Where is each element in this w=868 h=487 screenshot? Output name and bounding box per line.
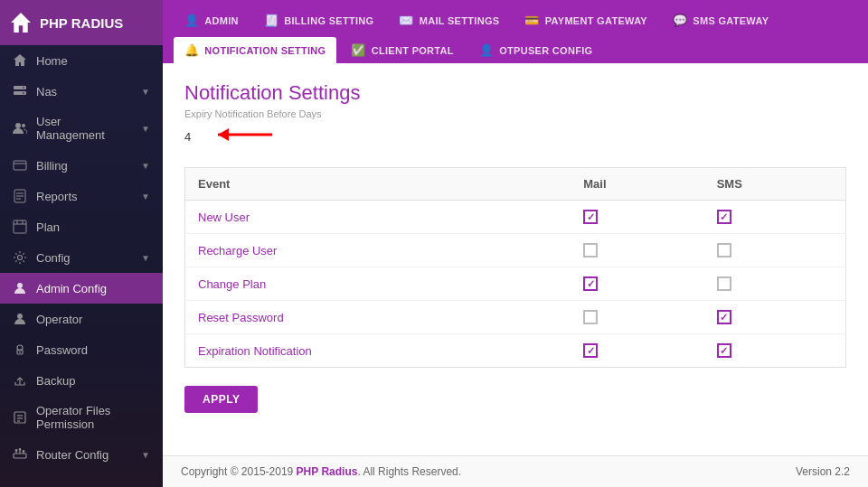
checkbox[interactable]	[583, 276, 598, 291]
svg-rect-6	[14, 161, 26, 170]
footer-copyright: Copyright © 2015-2019 PHP Radius. All Ri…	[181, 465, 461, 478]
mail-checkbox-new-user[interactable]	[583, 210, 691, 224]
sidebar-item-label: Operator	[36, 313, 82, 326]
plan-icon	[13, 220, 27, 234]
files-icon	[13, 410, 27, 425]
tab-label: OTPUser Config	[499, 45, 592, 56]
config-icon	[13, 250, 27, 265]
notification-tab-icon: 🔔	[184, 43, 199, 57]
admin-icon	[13, 281, 27, 295]
chevron-down-icon: ▼	[141, 192, 150, 201]
sidebar-item-label: Billing	[36, 159, 68, 173]
top-tabs: 👤 Admin 🧾 Billing Setting ✉️ Mail Settin…	[163, 0, 868, 63]
home-icon	[13, 53, 27, 68]
sidebar-item-label: Reports	[36, 190, 78, 203]
sidebar-item-label: Operator Files Permission	[36, 404, 150, 431]
sidebar-item-router-config[interactable]: Router Config ▼	[0, 439, 163, 470]
otp-tab-icon: 👤	[479, 43, 494, 57]
sidebar-item-user-management[interactable]: User Management ▼	[0, 107, 163, 150]
main-content: 👤 Admin 🧾 Billing Setting ✉️ Mail Settin…	[163, 0, 868, 487]
sidebar-item-admin-config[interactable]: Admin Config	[0, 273, 163, 304]
checkbox[interactable]	[583, 310, 598, 324]
tab-label: SMS Gateway	[693, 15, 769, 26]
checkbox[interactable]	[717, 276, 731, 291]
sidebar-item-label: Backup	[36, 374, 75, 388]
billing-tab-icon: 🧾	[264, 14, 278, 27]
svg-point-3	[23, 92, 24, 94]
sidebar-item-plan[interactable]: Plan	[0, 211, 163, 242]
svg-rect-12	[14, 220, 26, 233]
svg-point-31	[19, 449, 21, 451]
mail-checkbox-expiration[interactable]	[583, 343, 691, 358]
sidebar-item-label: User Management	[36, 115, 132, 142]
col-sms: SMS	[704, 168, 846, 201]
sidebar-item-backup[interactable]: Backup	[0, 365, 163, 396]
tab-client-portal[interactable]: ✅ Client Portal	[340, 37, 464, 63]
tab-payment-gateway[interactable]: 💳 Payment Gateway	[514, 7, 658, 33]
svg-point-18	[17, 314, 23, 319]
tab-otpuser-config[interactable]: 👤 OTPUser Config	[468, 37, 604, 63]
sms-checkbox-change-plan[interactable]	[717, 276, 833, 291]
event-link-recharge-user[interactable]: Recharge User	[198, 244, 277, 258]
sms-tab-icon: 💬	[673, 14, 687, 27]
tab-label: Admin	[204, 15, 239, 26]
event-link-reset-password[interactable]: Reset Password	[198, 311, 284, 324]
sidebar-item-reports[interactable]: Reports ▼	[0, 181, 163, 211]
sms-checkbox-expiration[interactable]	[717, 343, 833, 358]
checkbox[interactable]	[583, 210, 598, 224]
sms-checkbox-new-user[interactable]	[717, 210, 833, 224]
chevron-down-icon: ▼	[141, 124, 150, 134]
col-event: Event	[185, 168, 571, 201]
sms-checkbox-reset-password[interactable]	[717, 310, 833, 324]
checkbox[interactable]	[583, 343, 598, 358]
operator-icon	[13, 312, 27, 326]
event-link-new-user[interactable]: New User	[198, 211, 250, 224]
users-icon	[13, 121, 27, 136]
tab-notification-setting[interactable]: 🔔 Notification Setting	[174, 37, 336, 63]
arrow-indicator	[209, 121, 281, 153]
checkbox[interactable]	[717, 210, 731, 224]
app-logo[interactable]: PHP RADIUS	[0, 0, 163, 45]
tab-billing-setting[interactable]: 🧾 Billing Setting	[253, 7, 385, 33]
home-icon	[11, 13, 31, 33]
checkbox[interactable]	[717, 343, 731, 358]
tab-admin[interactable]: 👤 Admin	[174, 7, 250, 33]
app-title: PHP RADIUS	[40, 15, 123, 31]
event-link-change-plan[interactable]: Change Plan	[198, 277, 266, 291]
expiry-days-value: 4	[184, 130, 191, 144]
expiry-value-row: 4	[184, 121, 846, 153]
sidebar-item-config[interactable]: Config ▼	[0, 242, 163, 273]
mail-checkbox-reset-password[interactable]	[583, 310, 691, 324]
checkbox[interactable]	[717, 243, 731, 258]
svg-point-16	[18, 256, 23, 260]
tab-sms-gateway[interactable]: 💬 SMS Gateway	[662, 7, 779, 33]
sidebar-item-operator-files-permission[interactable]: Operator Files Permission	[0, 396, 163, 439]
svg-point-32	[23, 451, 24, 453]
apply-button[interactable]: APPLY	[184, 386, 258, 413]
sidebar-item-billing[interactable]: Billing ▼	[0, 150, 163, 181]
footer-brand: PHP Radius	[297, 465, 358, 478]
chevron-down-icon: ▼	[141, 450, 150, 460]
table-row: Reset Password	[185, 301, 846, 334]
mail-checkbox-change-plan[interactable]	[583, 276, 691, 291]
tab-label: Client Portal	[372, 45, 454, 56]
event-link-expiration[interactable]: Expiration Notification	[198, 344, 312, 358]
svg-point-17	[17, 283, 23, 288]
tab-mail-settings[interactable]: ✉️ Mail Settings	[388, 7, 510, 33]
mail-checkbox-recharge[interactable]	[583, 243, 691, 258]
checkbox[interactable]	[717, 310, 731, 324]
sidebar: PHP RADIUS Home Nas ▼ User Management ▼ …	[0, 0, 163, 487]
svg-rect-26	[14, 454, 26, 458]
sidebar-item-password[interactable]: Password	[0, 334, 163, 365]
sidebar-item-label: Config	[36, 251, 71, 265]
col-mail: Mail	[571, 168, 703, 201]
client-tab-icon: ✅	[351, 43, 365, 57]
checkbox[interactable]	[583, 243, 598, 258]
sidebar-item-home[interactable]: Home	[0, 45, 163, 76]
sidebar-item-operator[interactable]: Operator	[0, 304, 163, 334]
sidebar-item-nas[interactable]: Nas ▼	[0, 76, 163, 107]
chevron-down-icon: ▼	[141, 253, 150, 263]
svg-marker-34	[218, 128, 229, 141]
svg-point-30	[15, 450, 17, 452]
sms-checkbox-recharge[interactable]	[717, 243, 833, 258]
